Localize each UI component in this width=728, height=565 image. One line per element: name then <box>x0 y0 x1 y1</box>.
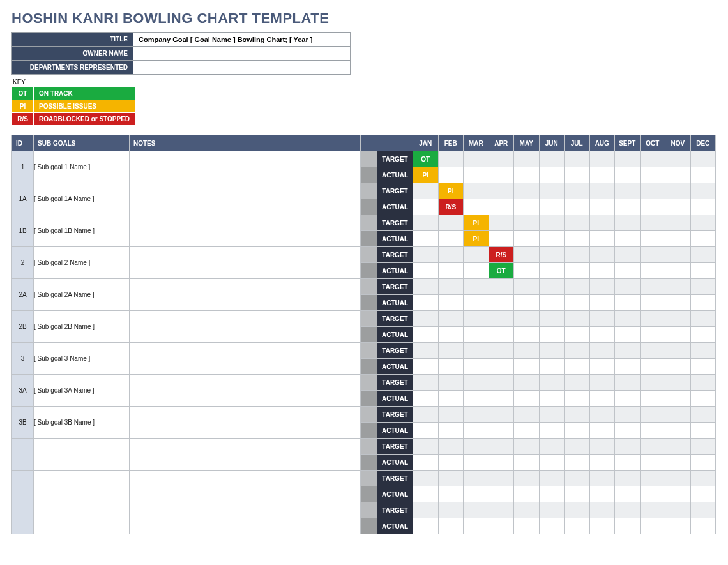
month-cell[interactable] <box>464 407 489 423</box>
row-subgoal[interactable]: [ Sub goal 2B Name ] <box>34 311 130 343</box>
month-cell[interactable] <box>464 375 489 391</box>
month-cell[interactable]: PI <box>464 231 489 247</box>
month-cell[interactable] <box>489 199 514 215</box>
month-cell[interactable] <box>438 375 464 391</box>
month-cell[interactable] <box>413 471 439 486</box>
month-cell[interactable] <box>489 215 514 231</box>
month-cell[interactable] <box>665 359 691 375</box>
month-cell[interactable] <box>640 263 665 279</box>
month-cell[interactable] <box>514 471 540 486</box>
month-cell[interactable] <box>640 471 665 486</box>
month-cell[interactable] <box>565 439 590 455</box>
row-notes[interactable] <box>130 151 361 183</box>
meta-value-title[interactable]: Company Goal [ Goal Name ] Bowling Chart… <box>133 33 351 47</box>
month-cell[interactable] <box>615 423 641 439</box>
month-cell[interactable] <box>690 455 716 471</box>
month-cell[interactable] <box>665 407 691 423</box>
month-cell[interactable] <box>665 295 691 311</box>
month-cell[interactable] <box>413 215 439 231</box>
month-cell[interactable] <box>565 391 590 407</box>
month-cell[interactable] <box>413 391 439 407</box>
month-cell[interactable] <box>690 231 716 247</box>
month-cell[interactable] <box>589 486 615 502</box>
month-cell[interactable] <box>464 183 489 199</box>
month-cell[interactable] <box>690 327 716 343</box>
month-cell[interactable] <box>690 518 716 534</box>
month-cell[interactable] <box>690 375 716 391</box>
month-cell[interactable] <box>464 471 489 486</box>
month-cell[interactable] <box>464 199 489 215</box>
row-subgoal[interactable] <box>34 439 130 471</box>
month-cell[interactable] <box>565 167 590 183</box>
month-cell[interactable] <box>665 423 691 439</box>
month-cell[interactable] <box>539 518 565 534</box>
month-cell[interactable] <box>489 423 514 439</box>
row-notes[interactable] <box>130 502 361 534</box>
month-cell[interactable] <box>438 279 464 295</box>
month-cell[interactable] <box>539 391 565 407</box>
month-cell[interactable] <box>640 151 665 167</box>
month-cell[interactable]: PI <box>464 215 489 231</box>
month-cell[interactable] <box>514 199 540 215</box>
month-cell[interactable] <box>489 343 514 359</box>
month-cell[interactable] <box>539 359 565 375</box>
month-cell[interactable] <box>640 423 665 439</box>
month-cell[interactable] <box>514 231 540 247</box>
month-cell[interactable] <box>413 231 439 247</box>
month-cell[interactable] <box>640 247 665 263</box>
month-cell[interactable] <box>640 359 665 375</box>
month-cell[interactable] <box>615 199 641 215</box>
month-cell[interactable] <box>464 327 489 343</box>
row-subgoal[interactable]: [ Sub goal 2A Name ] <box>34 279 130 311</box>
month-cell[interactable] <box>615 391 641 407</box>
month-cell[interactable] <box>565 247 590 263</box>
month-cell[interactable] <box>413 247 439 263</box>
month-cell[interactable] <box>464 455 489 471</box>
month-cell[interactable] <box>665 167 691 183</box>
month-cell[interactable] <box>514 486 540 502</box>
month-cell[interactable] <box>589 423 615 439</box>
month-cell[interactable] <box>413 199 439 215</box>
month-cell[interactable] <box>615 279 641 295</box>
month-cell[interactable] <box>565 471 590 486</box>
month-cell[interactable] <box>489 231 514 247</box>
row-subgoal[interactable]: [ Sub goal 3B Name ] <box>34 407 130 439</box>
row-id[interactable] <box>12 439 34 471</box>
month-cell[interactable] <box>565 327 590 343</box>
month-cell[interactable] <box>539 471 565 486</box>
row-subgoal[interactable]: [ Sub goal 3 Name ] <box>34 343 130 375</box>
month-cell[interactable] <box>640 183 665 199</box>
row-subgoal[interactable]: [ Sub goal 1A Name ] <box>34 183 130 215</box>
month-cell[interactable]: R/S <box>438 199 464 215</box>
month-cell[interactable] <box>565 502 590 518</box>
month-cell[interactable] <box>690 439 716 455</box>
month-cell[interactable] <box>640 439 665 455</box>
row-notes[interactable] <box>130 247 361 279</box>
month-cell[interactable] <box>615 343 641 359</box>
month-cell[interactable]: OT <box>489 263 514 279</box>
month-cell[interactable] <box>665 391 691 407</box>
month-cell[interactable] <box>514 327 540 343</box>
month-cell[interactable] <box>438 407 464 423</box>
month-cell[interactable] <box>514 167 540 183</box>
month-cell[interactable] <box>615 231 641 247</box>
month-cell[interactable] <box>665 471 691 486</box>
month-cell[interactable] <box>413 327 439 343</box>
month-cell[interactable] <box>438 486 464 502</box>
month-cell[interactable] <box>489 502 514 518</box>
month-cell[interactable] <box>615 407 641 423</box>
month-cell[interactable] <box>565 407 590 423</box>
month-cell[interactable] <box>539 183 565 199</box>
month-cell[interactable] <box>413 311 439 327</box>
month-cell[interactable] <box>514 375 540 391</box>
month-cell[interactable] <box>615 486 641 502</box>
month-cell[interactable] <box>438 247 464 263</box>
month-cell[interactable] <box>690 167 716 183</box>
month-cell[interactable] <box>464 423 489 439</box>
month-cell[interactable] <box>665 311 691 327</box>
month-cell[interactable] <box>489 311 514 327</box>
month-cell[interactable] <box>514 343 540 359</box>
month-cell[interactable] <box>615 359 641 375</box>
month-cell[interactable] <box>464 311 489 327</box>
month-cell[interactable] <box>489 407 514 423</box>
